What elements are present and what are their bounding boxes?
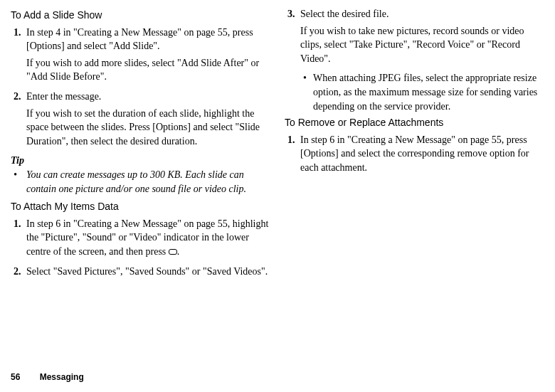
- step-text: In step 6 in "Creating a New Message" on…: [26, 217, 270, 259]
- heading-attach-my-items: To Attach My Items Data: [11, 200, 270, 214]
- step-text: If you wish to add more slides, select "…: [26, 56, 270, 84]
- step-3-select-file: 3. Select the desired file. If you wish …: [285, 7, 544, 68]
- step-number: 1.: [285, 133, 300, 178]
- chapter-title: Messaging: [40, 372, 84, 382]
- step-text: In step 4 in "Creating a New Message" on…: [26, 26, 270, 53]
- step-text-pre: In step 6 in "Creating a New Message" on…: [26, 218, 268, 257]
- step-1-attach: 1. In step 6 in "Creating a New Message"…: [11, 217, 270, 262]
- sub-bullet-jpeg: • When attaching JPEG files, select the …: [300, 71, 544, 113]
- tip-item: • You can create messages up to 300 KB. …: [11, 168, 270, 196]
- step-number: 1.: [11, 26, 26, 87]
- step-2-enter-message: 2. Enter the message. If you wish to set…: [11, 90, 270, 151]
- ok-button-icon: [169, 249, 177, 255]
- right-column: 3. Select the desired file. If you wish …: [285, 7, 544, 284]
- step-text: Select the desired file.: [300, 7, 544, 21]
- page-footer: 56 Messaging: [11, 371, 84, 383]
- tip-label: Tip: [11, 154, 270, 168]
- bullet-icon: •: [11, 168, 26, 196]
- step-text: Enter the message.: [26, 90, 270, 104]
- step-text: Select "Saved Pictures", "Saved Sounds" …: [26, 265, 270, 279]
- heading-add-slide-show: To Add a Slide Show: [11, 9, 270, 23]
- heading-remove-replace: To Remove or Replace Attachments: [285, 116, 544, 130]
- step-text-post: .: [177, 246, 180, 257]
- step-1-remove: 1. In step 6 in "Creating a New Message"…: [285, 133, 544, 178]
- step-number: 2.: [11, 265, 26, 282]
- tip-text: You can create messages up to 300 KB. Ea…: [26, 168, 270, 196]
- bullet-text: When attaching JPEG files, select the ap…: [313, 71, 544, 113]
- step-text: If you wish to set the duration of each …: [26, 107, 270, 149]
- step-text: In step 6 in "Creating a New Message" on…: [300, 133, 544, 175]
- bullet-icon: •: [300, 71, 313, 113]
- step-1-add-slide: 1. In step 4 in "Creating a New Message"…: [11, 26, 270, 87]
- step-2-attach: 2. Select "Saved Pictures", "Saved Sound…: [11, 265, 270, 282]
- step-text: If you wish to take new pictures, record…: [300, 24, 544, 66]
- page-number: 56: [11, 372, 20, 382]
- left-column: To Add a Slide Show 1. In step 4 in "Cre…: [11, 7, 270, 284]
- step-number: 2.: [11, 90, 26, 151]
- step-number: 1.: [11, 217, 26, 262]
- step-number: 3.: [285, 7, 300, 68]
